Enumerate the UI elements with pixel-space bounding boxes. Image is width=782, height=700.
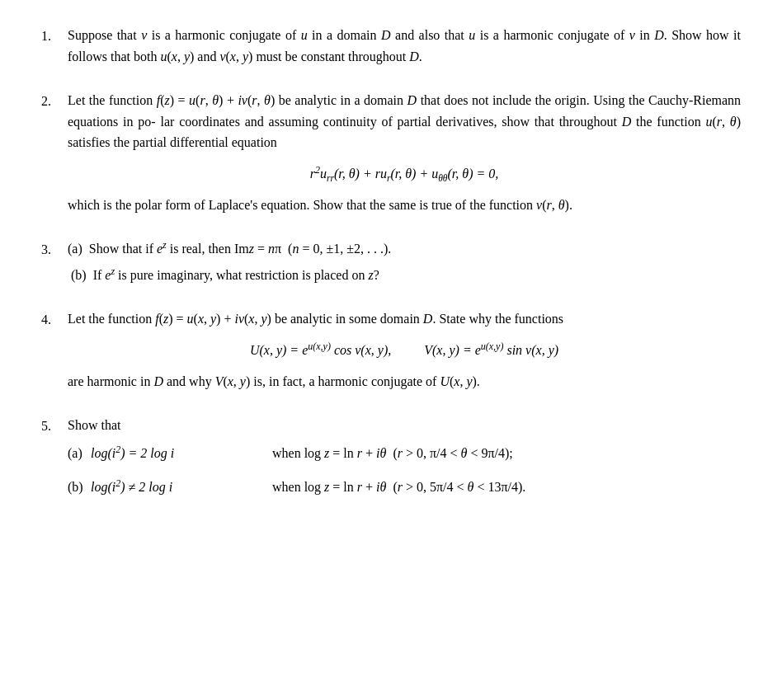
problem-5-part-b-lhs: log(i2) ≠ 2 log i: [91, 477, 256, 498]
problem-1-number: 1.: [41, 25, 68, 47]
problem-2-number: 2.: [41, 90, 68, 112]
problem-3-part-a: (a) Show that if ez is real, then Imz = …: [68, 238, 741, 260]
problem-3-part-b: (b) If ez is pure imaginary, what restri…: [68, 265, 741, 286]
problem-5: 5. Show that (a) log(i2) = 2 log i when …: [41, 415, 741, 498]
problem-5-part-a-lhs: log(i2) = 2 log i: [91, 443, 256, 464]
problem-4-formulas: U(x, y) = eu(x,y) cos v(x, y), V(x, y) =…: [68, 340, 741, 361]
problem-3-number: 3.: [41, 238, 68, 261]
problem-1-content: Suppose that v is a harmonic conjugate o…: [68, 25, 741, 72]
problem-5-part-a-label: (a): [68, 443, 91, 464]
problem-2-content: Let the function f(z) = u(r, θ) + iv(r, …: [68, 90, 741, 220]
problem-3-content: (a) Show that if ez is real, then Imz = …: [68, 238, 741, 290]
problem-4-content: Let the function f(z) = u(x, y) + iv(x, …: [68, 308, 741, 397]
problem-4-intro: Let the function f(z) = u(x, y) + iv(x, …: [68, 308, 741, 330]
problem-5-parts: (a) log(i2) = 2 log i when log z = ln r …: [68, 443, 741, 498]
problem-5-part-b: (b) log(i2) ≠ 2 log i when log z = ln r …: [68, 477, 741, 498]
problem-5-intro: Show that: [68, 415, 741, 436]
problem-4-outro: are harmonic in D and why V(x, y) is, in…: [68, 371, 741, 392]
problem-2-intro: Let the function f(z) = u(r, θ) + iv(r, …: [68, 90, 741, 153]
formula-U: U(x, y) = eu(x,y) cos v(x, y),: [250, 340, 391, 361]
problem-4-number: 4.: [41, 308, 68, 331]
problem-5-part-b-when: when log z = ln r + iθ (r > 0, 5π/4 < θ …: [272, 477, 525, 498]
problem-4: 4. Let the function f(z) = u(x, y) + iv(…: [41, 308, 741, 397]
problem-1-text: Suppose that v is a harmonic conjugate o…: [68, 25, 741, 67]
problem-1: 1. Suppose that v is a harmonic conjugat…: [41, 25, 741, 72]
problem-5-part-a-when: when log z = ln r + iθ (r > 0, π/4 < θ <…: [272, 443, 513, 464]
problem-2-equation: r2urr(r, θ) + rur(r, θ) + uθθ(r, θ) = 0,: [68, 163, 741, 185]
problem-3: 3. (a) Show that if ez is real, then Imz…: [41, 238, 741, 290]
problem-5-part-b-label: (b): [68, 477, 91, 498]
problem-2: 2. Let the function f(z) = u(r, θ) + iv(…: [41, 90, 741, 220]
problem-2-outro: which is the polar form of Laplace's equ…: [68, 195, 741, 216]
formula-V: V(x, y) = eu(x,y) sin v(x, y): [424, 340, 558, 361]
problem-5-part-a: (a) log(i2) = 2 log i when log z = ln r …: [68, 443, 741, 464]
problem-5-number: 5.: [41, 415, 68, 437]
problem-5-content: Show that (a) log(i2) = 2 log i when log…: [68, 415, 741, 498]
